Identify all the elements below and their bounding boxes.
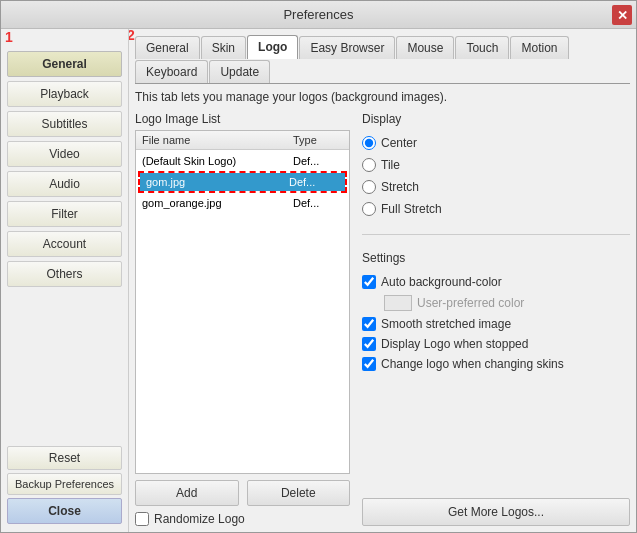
tab-touch[interactable]: Touch [455, 36, 509, 59]
radio-stretch-label: Stretch [381, 180, 419, 194]
add-logo-button[interactable]: Add [135, 480, 239, 506]
radio-full-stretch-input[interactable] [362, 202, 376, 216]
color-row: User-preferred color [362, 295, 630, 311]
settings-label: Settings [362, 251, 630, 265]
window-title: Preferences [283, 7, 353, 22]
sidebar-bottom: Reset Backup Preferences 4 Close [7, 446, 122, 528]
col-type: Type [293, 134, 343, 146]
radio-full-stretch: Full Stretch [362, 200, 630, 218]
randomize-row: Randomize Logo [135, 512, 350, 526]
delete-logo-button[interactable]: Delete [247, 480, 351, 506]
tab-easy-browser[interactable]: Easy Browser [299, 36, 395, 59]
logo-row-type: Def... [293, 155, 343, 167]
preferences-window: Preferences ✕ 1 General Playback Subtitl… [0, 0, 637, 533]
logo-row[interactable]: (Default Skin Logo) Def... [136, 152, 349, 170]
sidebar-item-audio[interactable]: Audio [7, 171, 122, 197]
sidebar-item-general[interactable]: General [7, 51, 122, 77]
right-panel: Display Center Tile Stretch [362, 112, 630, 526]
auto-bg-label: Auto background-color [381, 275, 502, 289]
radio-tile: Tile [362, 156, 630, 174]
logo-table-header: File name Type [136, 131, 349, 150]
logo-row-selected[interactable]: gom.jpg Def... [140, 173, 345, 191]
sidebar-item-account[interactable]: Account [7, 231, 122, 257]
logo-table: File name Type (Default Skin Logo) Def..… [135, 130, 350, 474]
change-skin-label: Change logo when changing skins [381, 357, 564, 371]
tab-update[interactable]: Update [209, 60, 270, 83]
radio-tile-input[interactable] [362, 158, 376, 172]
logo-table-body: (Default Skin Logo) Def... 3 gom.jpg Def… [136, 150, 349, 214]
change-skin-checkbox[interactable] [362, 357, 376, 371]
divider [362, 234, 630, 235]
radio-stretch: Stretch [362, 178, 630, 196]
tab-keyboard[interactable]: Keyboard [135, 60, 208, 83]
tab-description: This tab lets you manage your logos (bac… [135, 90, 630, 104]
close-window-button[interactable]: ✕ [612, 5, 632, 25]
logo-list-section: Logo Image List File name Type (Default … [135, 112, 350, 526]
content-area: 1 General Playback Subtitles Video Audio… [1, 29, 636, 532]
change-skin-row: Change logo when changing skins [362, 357, 630, 371]
radio-tile-label: Tile [381, 158, 400, 172]
body-row: Logo Image List File name Type (Default … [135, 112, 630, 526]
smooth-label: Smooth stretched image [381, 317, 511, 331]
color-label: User-preferred color [417, 296, 524, 310]
display-stopped-label: Display Logo when stopped [381, 337, 528, 351]
sidebar: 1 General Playback Subtitles Video Audio… [1, 29, 129, 532]
sidebar-item-video[interactable]: Video [7, 141, 122, 167]
logo-row-type: Def... [293, 197, 343, 209]
main-panel: 2 General Skin Logo Easy Browser Mouse T… [129, 29, 636, 532]
radio-center-label: Center [381, 136, 417, 150]
randomize-label: Randomize Logo [154, 512, 245, 526]
title-bar: Preferences ✕ [1, 1, 636, 29]
tabs: 2 General Skin Logo Easy Browser Mouse T… [135, 35, 630, 84]
backup-preferences-button[interactable]: Backup Preferences [7, 473, 122, 495]
tab-motion[interactable]: Motion [510, 36, 568, 59]
logo-row-name: gom_orange.jpg [142, 197, 293, 209]
get-more-logos-button[interactable]: Get More Logos... [362, 498, 630, 526]
smooth-row: Smooth stretched image [362, 317, 630, 331]
col-file-name: File name [142, 134, 293, 146]
logo-row[interactable]: gom_orange.jpg Def... [136, 194, 349, 212]
randomize-checkbox[interactable] [135, 512, 149, 526]
radio-center: Center [362, 134, 630, 152]
logo-row-type-selected: Def... [289, 176, 339, 188]
annotation-1: 1 [5, 29, 13, 45]
sidebar-item-filter[interactable]: Filter [7, 201, 122, 227]
logo-buttons: Add Delete [135, 480, 350, 506]
sidebar-item-subtitles[interactable]: Subtitles [7, 111, 122, 137]
reset-button[interactable]: Reset [7, 446, 122, 470]
auto-bg-row: Auto background-color [362, 275, 630, 289]
display-stopped-row: Display Logo when stopped [362, 337, 630, 351]
display-stopped-checkbox[interactable] [362, 337, 376, 351]
close-button[interactable]: Close [7, 498, 122, 524]
radio-center-input[interactable] [362, 136, 376, 150]
tab-mouse[interactable]: Mouse [396, 36, 454, 59]
logo-row-name-selected: gom.jpg [146, 176, 289, 188]
logo-row-name: (Default Skin Logo) [142, 155, 293, 167]
radio-full-stretch-label: Full Stretch [381, 202, 442, 216]
auto-bg-checkbox[interactable] [362, 275, 376, 289]
display-group: Display Center Tile Stretch [362, 112, 630, 218]
sidebar-item-playback[interactable]: Playback [7, 81, 122, 107]
logo-list-label: Logo Image List [135, 112, 350, 126]
settings-group: Settings Auto background-color User-pref… [362, 251, 630, 371]
annotation-2: 2 [129, 29, 135, 43]
tab-skin[interactable]: Skin [201, 36, 246, 59]
color-swatch[interactable] [384, 295, 412, 311]
smooth-checkbox[interactable] [362, 317, 376, 331]
tab-general[interactable]: General [135, 36, 200, 59]
tab-logo[interactable]: Logo [247, 35, 298, 59]
sidebar-item-others[interactable]: Others [7, 261, 122, 287]
radio-stretch-input[interactable] [362, 180, 376, 194]
display-label: Display [362, 112, 630, 126]
